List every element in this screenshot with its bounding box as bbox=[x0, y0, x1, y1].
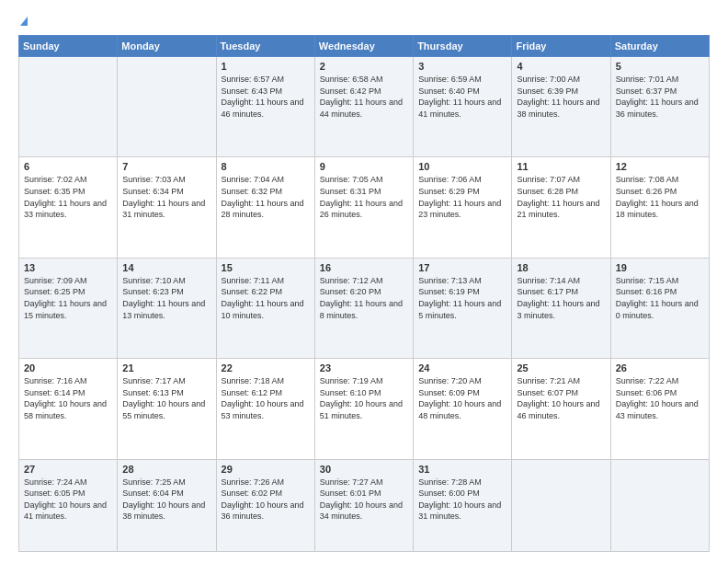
day-detail: Sunrise: 7:19 AM Sunset: 6:10 PM Dayligh… bbox=[320, 375, 408, 421]
day-detail: Sunrise: 7:09 AM Sunset: 6:25 PM Dayligh… bbox=[24, 275, 112, 321]
day-cell: 22Sunrise: 7:18 AM Sunset: 6:12 PM Dayli… bbox=[216, 359, 314, 459]
day-cell: 14Sunrise: 7:10 AM Sunset: 6:23 PM Dayli… bbox=[118, 258, 216, 358]
day-header-thursday: Thursday bbox=[414, 36, 512, 57]
day-number: 27 bbox=[24, 464, 112, 475]
day-number: 1 bbox=[222, 61, 310, 72]
day-cell: 29Sunrise: 7:26 AM Sunset: 6:02 PM Dayli… bbox=[216, 459, 314, 551]
day-number: 6 bbox=[24, 161, 112, 172]
day-detail: Sunrise: 7:03 AM Sunset: 6:34 PM Dayligh… bbox=[122, 174, 210, 220]
day-detail: Sunrise: 7:02 AM Sunset: 6:35 PM Dayligh… bbox=[24, 174, 112, 220]
day-cell: 16Sunrise: 7:12 AM Sunset: 6:20 PM Dayli… bbox=[314, 258, 413, 358]
day-number: 31 bbox=[418, 464, 506, 475]
week-row-0: 1Sunrise: 6:57 AM Sunset: 6:43 PM Daylig… bbox=[19, 57, 710, 157]
day-header-wednesday: Wednesday bbox=[314, 36, 413, 57]
day-detail: Sunrise: 7:26 AM Sunset: 6:02 PM Dayligh… bbox=[222, 477, 310, 523]
day-cell: 8Sunrise: 7:04 AM Sunset: 6:32 PM Daylig… bbox=[216, 157, 314, 258]
day-number: 8 bbox=[222, 161, 310, 172]
day-headers-row: SundayMondayTuesdayWednesdayThursdayFrid… bbox=[19, 36, 710, 57]
day-detail: Sunrise: 7:04 AM Sunset: 6:32 PM Dayligh… bbox=[222, 174, 310, 220]
page: SundayMondayTuesdayWednesdayThursdayFrid… bbox=[0, 0, 728, 563]
day-cell: 19Sunrise: 7:15 AM Sunset: 6:16 PM Dayli… bbox=[610, 258, 709, 358]
day-number: 15 bbox=[222, 262, 310, 273]
day-detail: Sunrise: 7:07 AM Sunset: 6:28 PM Dayligh… bbox=[517, 174, 605, 220]
day-cell: 20Sunrise: 7:16 AM Sunset: 6:14 PM Dayli… bbox=[19, 359, 118, 459]
day-number: 13 bbox=[24, 262, 112, 273]
day-detail: Sunrise: 7:17 AM Sunset: 6:13 PM Dayligh… bbox=[122, 375, 210, 421]
day-detail: Sunrise: 7:06 AM Sunset: 6:29 PM Dayligh… bbox=[418, 174, 506, 220]
day-number: 20 bbox=[24, 362, 112, 373]
day-cell: 18Sunrise: 7:14 AM Sunset: 6:17 PM Dayli… bbox=[512, 258, 610, 358]
week-row-2: 13Sunrise: 7:09 AM Sunset: 6:25 PM Dayli… bbox=[19, 258, 710, 358]
week-row-4: 27Sunrise: 7:24 AM Sunset: 6:05 PM Dayli… bbox=[19, 459, 710, 551]
day-cell bbox=[19, 57, 118, 157]
calendar-table: SundayMondayTuesdayWednesdayThursdayFrid… bbox=[18, 35, 710, 552]
day-detail: Sunrise: 7:22 AM Sunset: 6:06 PM Dayligh… bbox=[616, 375, 704, 421]
day-cell: 12Sunrise: 7:08 AM Sunset: 6:26 PM Dayli… bbox=[610, 157, 709, 258]
day-number: 29 bbox=[222, 464, 310, 475]
day-detail: Sunrise: 7:13 AM Sunset: 6:19 PM Dayligh… bbox=[418, 275, 506, 321]
day-header-saturday: Saturday bbox=[610, 36, 709, 57]
day-detail: Sunrise: 7:01 AM Sunset: 6:37 PM Dayligh… bbox=[616, 74, 704, 120]
day-number: 9 bbox=[320, 161, 408, 172]
day-number: 12 bbox=[616, 161, 704, 172]
day-number: 28 bbox=[122, 464, 210, 475]
day-number: 16 bbox=[320, 262, 408, 273]
day-detail: Sunrise: 7:20 AM Sunset: 6:09 PM Dayligh… bbox=[418, 375, 506, 421]
day-detail: Sunrise: 7:21 AM Sunset: 6:07 PM Dayligh… bbox=[517, 375, 605, 421]
day-number: 22 bbox=[222, 362, 310, 373]
day-detail: Sunrise: 7:14 AM Sunset: 6:17 PM Dayligh… bbox=[517, 275, 605, 321]
day-detail: Sunrise: 7:08 AM Sunset: 6:26 PM Dayligh… bbox=[616, 174, 704, 220]
day-detail: Sunrise: 7:00 AM Sunset: 6:39 PM Dayligh… bbox=[517, 74, 605, 120]
day-cell: 6Sunrise: 7:02 AM Sunset: 6:35 PM Daylig… bbox=[19, 157, 118, 258]
day-detail: Sunrise: 6:59 AM Sunset: 6:40 PM Dayligh… bbox=[418, 74, 506, 120]
week-row-3: 20Sunrise: 7:16 AM Sunset: 6:14 PM Dayli… bbox=[19, 359, 710, 459]
day-number: 30 bbox=[320, 464, 408, 475]
day-cell: 17Sunrise: 7:13 AM Sunset: 6:19 PM Dayli… bbox=[414, 258, 512, 358]
day-detail: Sunrise: 7:24 AM Sunset: 6:05 PM Dayligh… bbox=[24, 477, 112, 523]
day-cell: 5Sunrise: 7:01 AM Sunset: 6:37 PM Daylig… bbox=[610, 57, 709, 157]
day-cell: 13Sunrise: 7:09 AM Sunset: 6:25 PM Dayli… bbox=[19, 258, 118, 358]
day-header-tuesday: Tuesday bbox=[216, 36, 314, 57]
day-number: 19 bbox=[616, 262, 704, 273]
day-header-friday: Friday bbox=[512, 36, 610, 57]
day-number: 10 bbox=[418, 161, 506, 172]
week-row-1: 6Sunrise: 7:02 AM Sunset: 6:35 PM Daylig… bbox=[19, 157, 710, 258]
day-detail: Sunrise: 7:16 AM Sunset: 6:14 PM Dayligh… bbox=[24, 375, 112, 421]
day-cell: 23Sunrise: 7:19 AM Sunset: 6:10 PM Dayli… bbox=[314, 359, 413, 459]
day-cell bbox=[118, 57, 216, 157]
day-detail: Sunrise: 7:18 AM Sunset: 6:12 PM Dayligh… bbox=[222, 375, 310, 421]
calendar-header: SundayMondayTuesdayWednesdayThursdayFrid… bbox=[19, 36, 710, 57]
day-detail: Sunrise: 6:57 AM Sunset: 6:43 PM Dayligh… bbox=[222, 74, 310, 120]
day-cell: 7Sunrise: 7:03 AM Sunset: 6:34 PM Daylig… bbox=[118, 157, 216, 258]
day-cell: 25Sunrise: 7:21 AM Sunset: 6:07 PM Dayli… bbox=[512, 359, 610, 459]
day-cell: 27Sunrise: 7:24 AM Sunset: 6:05 PM Dayli… bbox=[19, 459, 118, 551]
day-cell: 26Sunrise: 7:22 AM Sunset: 6:06 PM Dayli… bbox=[610, 359, 709, 459]
day-cell: 15Sunrise: 7:11 AM Sunset: 6:22 PM Dayli… bbox=[216, 258, 314, 358]
day-detail: Sunrise: 7:12 AM Sunset: 6:20 PM Dayligh… bbox=[320, 275, 408, 321]
day-detail: Sunrise: 7:15 AM Sunset: 6:16 PM Dayligh… bbox=[616, 275, 704, 321]
day-cell: 4Sunrise: 7:00 AM Sunset: 6:39 PM Daylig… bbox=[512, 57, 610, 157]
logo bbox=[18, 17, 28, 26]
day-cell: 10Sunrise: 7:06 AM Sunset: 6:29 PM Dayli… bbox=[414, 157, 512, 258]
day-cell: 2Sunrise: 6:58 AM Sunset: 6:42 PM Daylig… bbox=[314, 57, 413, 157]
day-cell: 28Sunrise: 7:25 AM Sunset: 6:04 PM Dayli… bbox=[118, 459, 216, 551]
day-cell bbox=[610, 459, 709, 551]
day-number: 24 bbox=[418, 362, 506, 373]
day-number: 7 bbox=[122, 161, 210, 172]
day-cell: 21Sunrise: 7:17 AM Sunset: 6:13 PM Dayli… bbox=[118, 359, 216, 459]
day-detail: Sunrise: 6:58 AM Sunset: 6:42 PM Dayligh… bbox=[320, 74, 408, 120]
day-number: 4 bbox=[517, 61, 605, 72]
day-cell: 24Sunrise: 7:20 AM Sunset: 6:09 PM Dayli… bbox=[414, 359, 512, 459]
day-number: 26 bbox=[616, 362, 704, 373]
day-detail: Sunrise: 7:27 AM Sunset: 6:01 PM Dayligh… bbox=[320, 477, 408, 523]
day-detail: Sunrise: 7:10 AM Sunset: 6:23 PM Dayligh… bbox=[122, 275, 210, 321]
day-detail: Sunrise: 7:25 AM Sunset: 6:04 PM Dayligh… bbox=[122, 477, 210, 523]
day-number: 14 bbox=[122, 262, 210, 273]
day-detail: Sunrise: 7:28 AM Sunset: 6:00 PM Dayligh… bbox=[418, 477, 506, 523]
calendar-body: 1Sunrise: 6:57 AM Sunset: 6:43 PM Daylig… bbox=[19, 57, 710, 552]
day-header-monday: Monday bbox=[118, 36, 216, 57]
day-number: 18 bbox=[517, 262, 605, 273]
day-number: 5 bbox=[616, 61, 704, 72]
day-cell: 1Sunrise: 6:57 AM Sunset: 6:43 PM Daylig… bbox=[216, 57, 314, 157]
day-number: 21 bbox=[122, 362, 210, 373]
